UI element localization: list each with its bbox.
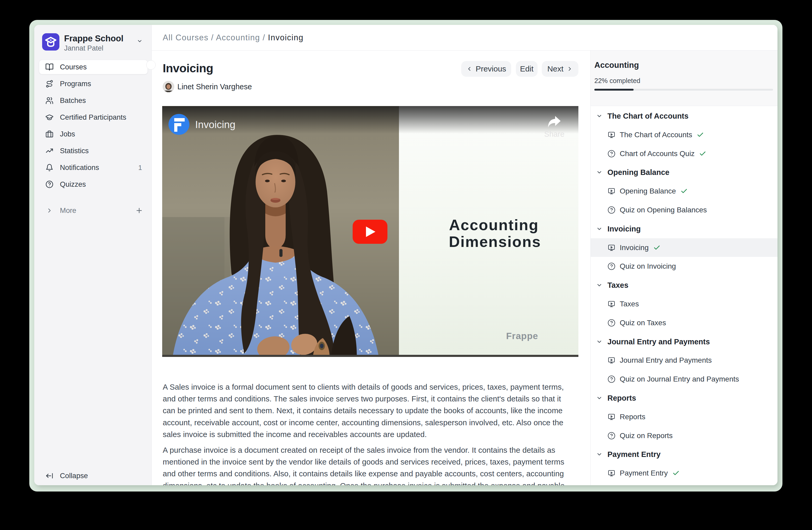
- svg-text:Invoicing: Invoicing: [195, 119, 235, 130]
- svg-text:Dimensions: Dimensions: [449, 233, 541, 250]
- svg-text:Frappe: Frappe: [506, 331, 538, 341]
- svg-text:Share: Share: [544, 130, 564, 138]
- svg-text:Accounting: Accounting: [449, 216, 539, 233]
